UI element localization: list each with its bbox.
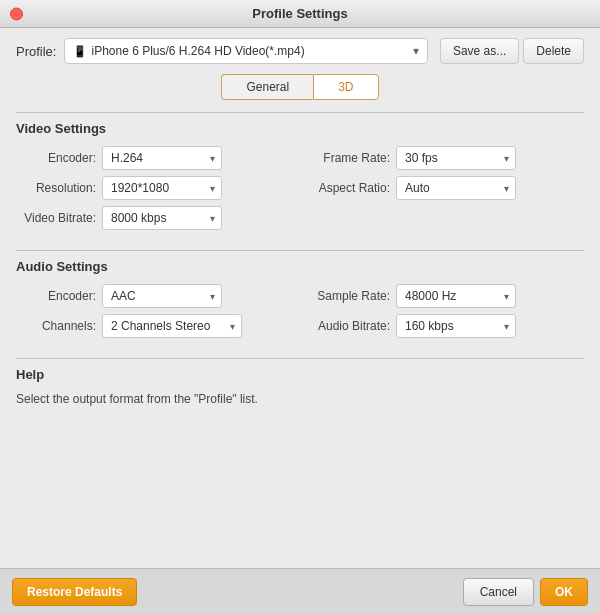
main-content: Profile: 📱 iPhone 6 Plus/6 H.264 HD Vide… <box>0 28 600 568</box>
sample-rate-value: 48000 Hz <box>405 289 456 303</box>
cancel-button[interactable]: Cancel <box>463 578 534 606</box>
profile-label: Profile: <box>16 44 56 59</box>
video-bitrate-select[interactable]: 8000 kbps <box>102 206 222 230</box>
restore-defaults-button[interactable]: Restore Defaults <box>12 578 137 606</box>
audio-bitrate-value: 160 kbps <box>405 319 454 333</box>
footer-left: Restore Defaults <box>12 578 463 606</box>
close-button[interactable] <box>10 7 23 20</box>
channels-value: 2 Channels Stereo <box>111 319 210 333</box>
audio-bitrate-row: Audio Bitrate: 160 kbps <box>310 314 584 338</box>
audio-encoder-select-wrapper: AAC <box>102 284 222 308</box>
aspect-ratio-label: Aspect Ratio: <box>310 181 390 195</box>
footer: Restore Defaults Cancel OK <box>0 568 600 614</box>
help-section: Help Select the output format from the "… <box>16 358 584 406</box>
aspect-ratio-select[interactable]: Auto <box>396 176 516 200</box>
resolution-value: 1920*1080 <box>111 181 169 195</box>
help-title: Help <box>16 367 584 382</box>
sample-rate-select-wrapper: 48000 Hz <box>396 284 516 308</box>
resolution-label: Resolution: <box>16 181 96 195</box>
encoder-select-wrapper: H.264 <box>102 146 222 170</box>
channels-row: Channels: 2 Channels Stereo <box>16 314 300 338</box>
aspect-ratio-select-wrapper: Auto <box>396 176 516 200</box>
audio-left-col: Encoder: AAC Channels: 2 Channels Stereo <box>16 284 300 344</box>
audio-bitrate-select[interactable]: 160 kbps <box>396 314 516 338</box>
audio-settings-grid: Encoder: AAC Channels: 2 Channels Stereo <box>16 284 584 344</box>
encoder-value: H.264 <box>111 151 143 165</box>
frame-rate-label: Frame Rate: <box>310 151 390 165</box>
help-text: Select the output format from the "Profi… <box>16 392 584 406</box>
footer-right: Cancel OK <box>463 578 588 606</box>
audio-encoder-select[interactable]: AAC <box>102 284 222 308</box>
audio-bitrate-label: Audio Bitrate: <box>310 319 390 333</box>
window-title: Profile Settings <box>252 6 347 21</box>
video-bitrate-value: 8000 kbps <box>111 211 166 225</box>
encoder-row: Encoder: H.264 <box>16 146 300 170</box>
tab-general[interactable]: General <box>221 74 313 100</box>
ok-button[interactable]: OK <box>540 578 588 606</box>
aspect-ratio-value: Auto <box>405 181 430 195</box>
frame-rate-value: 30 fps <box>405 151 438 165</box>
channels-select[interactable]: 2 Channels Stereo <box>102 314 242 338</box>
phone-icon: 📱 <box>73 45 87 58</box>
audio-right-col: Sample Rate: 48000 Hz Audio Bitrate: 160… <box>300 284 584 344</box>
profile-select-wrapper: 📱 iPhone 6 Plus/6 H.264 HD Video(*.mp4) <box>64 38 427 64</box>
video-right-col: Frame Rate: 30 fps Aspect Ratio: Auto <box>300 146 584 236</box>
video-left-col: Encoder: H.264 Resolution: 1920*1080 <box>16 146 300 236</box>
frame-rate-select-wrapper: 30 fps <box>396 146 516 170</box>
delete-button[interactable]: Delete <box>523 38 584 64</box>
video-settings-grid: Encoder: H.264 Resolution: 1920*1080 <box>16 146 584 236</box>
sample-rate-label: Sample Rate: <box>310 289 390 303</box>
title-bar: Profile Settings <box>0 0 600 28</box>
encoder-label: Encoder: <box>16 151 96 165</box>
sample-rate-row: Sample Rate: 48000 Hz <box>310 284 584 308</box>
profile-selected-value: iPhone 6 Plus/6 H.264 HD Video(*.mp4) <box>91 44 304 58</box>
audio-settings-section: Audio Settings Encoder: AAC Channels: <box>16 250 584 344</box>
aspect-ratio-row: Aspect Ratio: Auto <box>310 176 584 200</box>
channels-select-wrapper: 2 Channels Stereo <box>102 314 242 338</box>
resolution-row: Resolution: 1920*1080 <box>16 176 300 200</box>
audio-encoder-label: Encoder: <box>16 289 96 303</box>
frame-rate-row: Frame Rate: 30 fps <box>310 146 584 170</box>
audio-settings-title: Audio Settings <box>16 259 584 274</box>
video-bitrate-label: Video Bitrate: <box>16 211 96 225</box>
save-as-button[interactable]: Save as... <box>440 38 519 64</box>
resolution-select[interactable]: 1920*1080 <box>102 176 222 200</box>
tabs-row: General 3D <box>16 74 584 100</box>
channels-label: Channels: <box>16 319 96 333</box>
audio-bitrate-select-wrapper: 160 kbps <box>396 314 516 338</box>
profile-row: Profile: 📱 iPhone 6 Plus/6 H.264 HD Vide… <box>16 38 584 64</box>
video-settings-section: Video Settings Encoder: H.264 Resolution… <box>16 112 584 236</box>
audio-encoder-row: Encoder: AAC <box>16 284 300 308</box>
video-settings-title: Video Settings <box>16 121 584 136</box>
profile-select[interactable]: 📱 iPhone 6 Plus/6 H.264 HD Video(*.mp4) <box>64 38 427 64</box>
audio-encoder-value: AAC <box>111 289 136 303</box>
video-bitrate-select-wrapper: 8000 kbps <box>102 206 222 230</box>
sample-rate-select[interactable]: 48000 Hz <box>396 284 516 308</box>
encoder-select[interactable]: H.264 <box>102 146 222 170</box>
tab-3d[interactable]: 3D <box>313 74 378 100</box>
resolution-select-wrapper: 1920*1080 <box>102 176 222 200</box>
frame-rate-select[interactable]: 30 fps <box>396 146 516 170</box>
video-bitrate-row: Video Bitrate: 8000 kbps <box>16 206 300 230</box>
